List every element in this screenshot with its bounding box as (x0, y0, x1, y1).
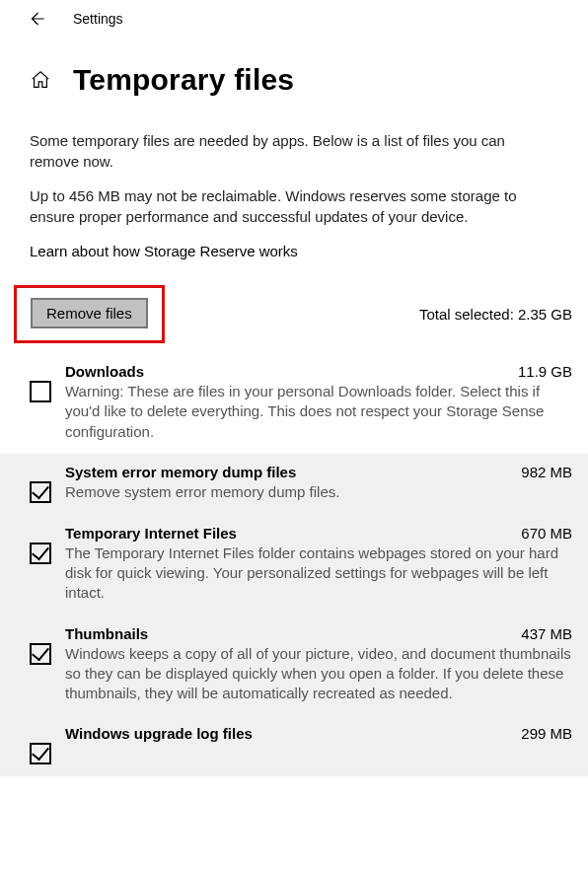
topbar-title: Settings (73, 11, 123, 27)
item-body: System error memory dump files982 MBRemo… (65, 464, 572, 502)
storage-reserve-link[interactable]: Learn about how Storage Reserve works (30, 241, 558, 261)
item-head: Windows upgrade log files299 MB (65, 725, 572, 742)
remove-files-button[interactable]: Remove files (31, 298, 148, 328)
item-title: Temporary Internet Files (65, 525, 237, 542)
item-size: 11.9 GB (518, 363, 572, 380)
intro-p1: Some temporary files are needed by apps.… (30, 130, 558, 172)
item-description: The Temporary Internet Files folder cont… (65, 544, 572, 604)
item-body: Temporary Internet Files670 MBThe Tempor… (65, 525, 572, 604)
page-title: Temporary files (73, 63, 294, 97)
list-item[interactable]: Windows upgrade log files299 MB (0, 715, 588, 776)
item-body: Windows upgrade log files299 MB (65, 725, 572, 742)
home-icon[interactable] (30, 69, 51, 91)
topbar: Settings (0, 0, 588, 36)
action-row: Remove files Total selected: 2.35 GB (0, 275, 588, 347)
list-item[interactable]: System error memory dump files982 MBRemo… (0, 454, 588, 515)
checkbox[interactable] (30, 643, 51, 665)
checkbox[interactable] (30, 381, 51, 402)
back-arrow-icon[interactable] (28, 10, 45, 28)
intro-p2: Up to 456 MB may not be reclaimable. Win… (30, 185, 558, 227)
item-body: Downloads11.9 GBWarning: These are files… (65, 363, 572, 442)
list-item[interactable]: Downloads11.9 GBWarning: These are files… (0, 353, 588, 454)
item-title: Windows upgrade log files (65, 725, 253, 742)
item-title: Thumbnails (65, 625, 148, 642)
item-description: Remove system error memory dump files. (65, 482, 572, 502)
item-head: Thumbnails437 MB (65, 625, 572, 642)
checkbox[interactable] (30, 543, 51, 564)
item-head: System error memory dump files982 MB (65, 464, 572, 480)
list-item[interactable]: Temporary Internet Files670 MBThe Tempor… (0, 515, 588, 616)
list-item[interactable]: Thumbnails437 MBWindows keeps a copy of … (0, 616, 588, 716)
item-description: Warning: These are files in your persona… (65, 382, 572, 442)
remove-files-highlight: Remove files (14, 285, 165, 343)
total-selected-label: Total selected: 2.35 GB (419, 306, 576, 323)
item-size: 670 MB (521, 525, 572, 542)
item-head: Downloads11.9 GB (65, 363, 572, 380)
item-head: Temporary Internet Files670 MB (65, 525, 572, 542)
item-title: Downloads (65, 363, 144, 380)
item-body: Thumbnails437 MBWindows keeps a copy of … (65, 625, 572, 704)
item-description: Windows keeps a copy of all of your pict… (65, 644, 572, 704)
checkbox[interactable] (30, 481, 51, 503)
checkbox[interactable] (30, 743, 51, 764)
file-category-list: Downloads11.9 GBWarning: These are files… (0, 347, 588, 776)
item-size: 982 MB (521, 464, 572, 480)
heading-row: Temporary files (0, 36, 588, 107)
item-size: 437 MB (521, 625, 572, 642)
intro-text: Some temporary files are needed by apps.… (0, 107, 588, 261)
item-size: 299 MB (521, 725, 572, 742)
item-title: System error memory dump files (65, 464, 296, 480)
